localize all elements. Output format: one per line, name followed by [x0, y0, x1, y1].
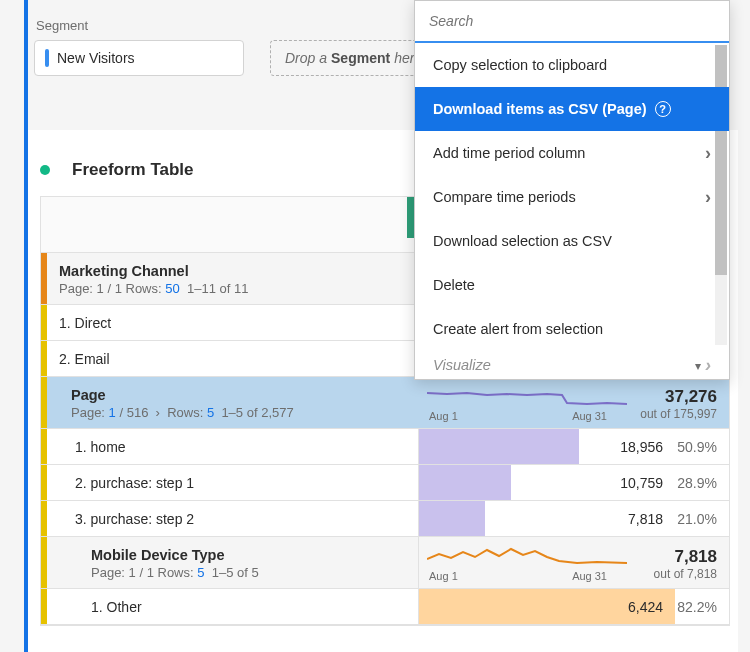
row-index: 1. [59, 315, 71, 331]
metric-value: 18,956 [620, 439, 663, 455]
sparkline-page [427, 385, 627, 411]
metric-percent: 50.9% [673, 439, 717, 455]
ctx-item-label: Compare time periods [433, 189, 576, 205]
pagination-meta-prefix: Page: 1 / 1 Rows: [59, 281, 162, 296]
row-index: 1. [75, 439, 87, 455]
ctx-item-download-items-csv[interactable]: Download items as CSV (Page)? [415, 87, 729, 131]
chevron-right-icon: › [705, 143, 711, 164]
segment-pill-new-visitors[interactable]: New Visitors [34, 40, 244, 76]
breakdown-title: Mobile Device Type [91, 547, 406, 563]
pagination-meta-prefix: Page: 1 / 1 Rows: [91, 565, 194, 580]
dropzone-text-bold: Segment [331, 50, 390, 66]
row-label: Direct [75, 315, 112, 331]
chevron-right-icon: › [705, 187, 711, 208]
rows-per-page-link[interactable]: 5 [197, 565, 204, 580]
rows-word: Rows: [167, 405, 203, 420]
pagination-prefix: Page: [71, 405, 105, 420]
ctx-item-label: Create alert from selection [433, 321, 603, 337]
metric-bar [419, 501, 485, 536]
pagination-range: 1–5 of 5 [212, 565, 259, 580]
metric-value: 10,759 [620, 475, 663, 491]
ctx-item-create-alert[interactable]: Create alert from selection [415, 307, 729, 351]
row-index: 3. [75, 511, 87, 527]
table-row[interactable]: 2. purchase: step 1 10,75928.9% [41, 465, 729, 501]
ctx-item-label: Copy selection to clipboard [433, 57, 607, 73]
ctx-item-delete[interactable]: Delete [415, 263, 729, 307]
sparkline-mobile [427, 545, 627, 571]
table-row[interactable]: 1. Other 6,42482.2% [41, 589, 729, 625]
ctx-item-label: Download items as CSV (Page) [433, 101, 647, 117]
spark-end-label: Aug 31 [572, 410, 607, 422]
ctx-item-visualize[interactable]: Visualize› [415, 351, 729, 379]
spark-end-label: Aug 31 [572, 570, 607, 582]
metric-percent: 82.2% [673, 599, 717, 615]
ctx-item-label: Delete [433, 277, 475, 293]
metric-value: 6,424 [628, 599, 663, 615]
segment-color-swatch [45, 49, 49, 67]
row-index: 2. [59, 351, 71, 367]
context-menu-list: Copy selection to clipboard Download ite… [415, 43, 729, 379]
ctx-item-add-time-period[interactable]: Add time period column› [415, 131, 729, 175]
metric-bar [419, 429, 579, 464]
row-label: home [91, 439, 126, 455]
breakdown-header-mobile-device-type[interactable]: Mobile Device Type Page: 1 / 1 Rows: 5 1… [41, 537, 729, 589]
dropzone-text-prefix: Drop a [285, 50, 327, 66]
row-label: purchase: step 1 [91, 475, 195, 491]
pagination-range: 1–11 of 11 [187, 281, 248, 296]
row-label: purchase: step 2 [91, 511, 195, 527]
segment-dropzone[interactable]: Drop a Segment here [270, 40, 437, 76]
metric-bar [419, 465, 511, 500]
ctx-item-compare-time-periods[interactable]: Compare time periods› [415, 175, 729, 219]
rows-per-page-link[interactable]: 5 [207, 405, 214, 420]
breakdown-title: Page [71, 387, 407, 403]
panel-title[interactable]: Freeform Table [72, 160, 194, 180]
ctx-item-label: Visualize [433, 357, 491, 373]
table-row[interactable]: 1. home 18,95650.9% [41, 429, 729, 465]
metric-percent: 28.9% [673, 475, 717, 491]
ctx-item-copy-selection[interactable]: Copy selection to clipboard [415, 43, 729, 87]
panel-indicator-dot[interactable] [40, 165, 50, 175]
context-menu: Copy selection to clipboard Download ite… [414, 0, 730, 380]
metric-percent: 21.0% [673, 511, 717, 527]
ctx-item-label: Download selection as CSV [433, 233, 612, 249]
rows-per-page-link[interactable]: 50 [165, 281, 179, 296]
page-number-link[interactable]: 1 [109, 405, 116, 420]
ctx-item-label: Add time period column [433, 145, 585, 161]
table-row[interactable]: 3. purchase: step 2 7,81821.0% [41, 501, 729, 537]
spark-start-label: Aug 1 [429, 410, 458, 422]
row-label: Email [75, 351, 110, 367]
help-icon[interactable]: ? [655, 101, 671, 117]
dropdown-caret-icon[interactable] [695, 357, 711, 371]
row-index: 2. [75, 475, 87, 491]
pagination-range: 1–5 of 2,577 [221, 405, 293, 420]
segment-pill-label: New Visitors [57, 50, 135, 66]
metric-value: 7,818 [628, 511, 663, 527]
segment-section-label: Segment [36, 18, 88, 33]
context-menu-search-input[interactable] [415, 1, 729, 43]
breakdown-header-page[interactable]: Page Page: 1 / 516 › Rows: 5 1–5 of 2,57… [41, 377, 729, 429]
page-total: / 516 [119, 405, 148, 420]
row-label: Other [107, 599, 142, 615]
ctx-item-download-selection-csv[interactable]: Download selection as CSV [415, 219, 729, 263]
row-index: 1. [91, 599, 103, 615]
spark-start-label: Aug 1 [429, 570, 458, 582]
